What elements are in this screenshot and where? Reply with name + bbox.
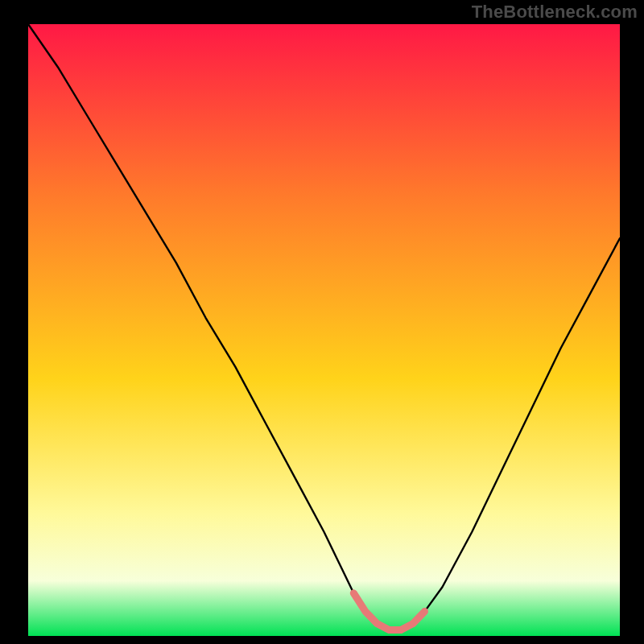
- bottleneck-chart: [0, 0, 644, 644]
- chart-stage: TheBottleneck.com: [0, 0, 644, 644]
- gradient-background: [28, 24, 620, 636]
- watermark-text: TheBottleneck.com: [472, 2, 638, 23]
